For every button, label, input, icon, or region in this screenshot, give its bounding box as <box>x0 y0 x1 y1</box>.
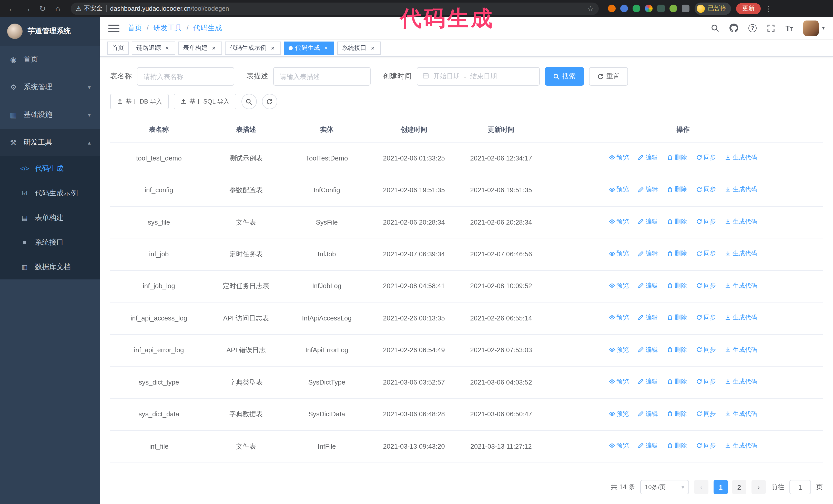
sidebar-item[interactable]: ▦ 基础设施 ▾ <box>0 101 100 129</box>
delete-link[interactable]: 删除 <box>667 441 687 450</box>
delete-link[interactable]: 删除 <box>667 185 687 194</box>
close-icon[interactable]: × <box>323 44 330 51</box>
browser-update-button[interactable]: 更新 <box>736 3 761 14</box>
forward-icon[interactable]: → <box>21 2 34 15</box>
sync-link[interactable]: 同步 <box>696 249 716 258</box>
font-size-icon[interactable]: TT <box>785 24 793 32</box>
edit-link[interactable]: 编辑 <box>638 409 658 418</box>
page-number[interactable]: 1 <box>714 480 728 495</box>
tab[interactable]: 代码生成 × <box>284 41 334 55</box>
sidebar-item[interactable]: ◉ 首页 <box>0 46 100 73</box>
github-icon[interactable] <box>730 24 738 32</box>
delete-link[interactable]: 删除 <box>667 313 687 322</box>
sidebar-subitem[interactable]: </> 代码生成 <box>0 157 100 181</box>
edit-link[interactable]: 编辑 <box>638 185 658 194</box>
tab[interactable]: 系统接口 × <box>337 41 381 55</box>
user-menu[interactable]: ▾ <box>804 20 825 35</box>
search-icon[interactable] <box>711 24 719 32</box>
date-range-picker[interactable]: 开始日期 - 结束日期 <box>417 67 540 86</box>
reset-button[interactable]: 重置 <box>589 67 628 86</box>
close-icon[interactable]: × <box>269 44 276 51</box>
extension-icon[interactable] <box>645 5 652 12</box>
fullscreen-icon[interactable] <box>767 24 775 32</box>
search-toggle-button[interactable] <box>241 94 257 109</box>
sync-link[interactable]: 同步 <box>696 345 716 354</box>
generate-code-link[interactable]: 生成代码 <box>725 345 757 354</box>
preview-link[interactable]: 预览 <box>609 409 629 418</box>
edit-link[interactable]: 编辑 <box>638 217 658 226</box>
import-sql-button[interactable]: 基于 SQL 导入 <box>174 94 236 109</box>
breadcrumb-item[interactable]: 首页 <box>128 23 142 32</box>
delete-link[interactable]: 删除 <box>667 249 687 258</box>
security-warning[interactable]: ⚠ 不安全 <box>76 4 102 13</box>
extension-icon[interactable] <box>669 5 677 12</box>
sync-link[interactable]: 同步 <box>696 153 716 162</box>
home-icon[interactable]: ⌂ <box>51 2 65 15</box>
edit-link[interactable]: 编辑 <box>638 441 658 450</box>
close-icon[interactable]: × <box>369 44 376 51</box>
goto-page-input[interactable] <box>789 480 811 495</box>
sync-link[interactable]: 同步 <box>696 409 716 418</box>
preview-link[interactable]: 预览 <box>609 249 629 258</box>
extension-icon[interactable] <box>657 5 665 12</box>
import-db-button[interactable]: 基于 DB 导入 <box>110 94 169 109</box>
search-button[interactable]: 搜索 <box>545 67 584 86</box>
sync-link[interactable]: 同步 <box>696 313 716 322</box>
address-bar[interactable]: ⚠ 不安全 dashboard.yudao.iocoder.cn/tool/co… <box>71 2 599 15</box>
delete-link[interactable]: 删除 <box>667 281 687 290</box>
sync-link[interactable]: 同步 <box>696 441 716 450</box>
edit-link[interactable]: 编辑 <box>638 313 658 322</box>
generate-code-link[interactable]: 生成代码 <box>725 249 757 258</box>
generate-code-link[interactable]: 生成代码 <box>725 441 757 450</box>
sidebar-subitem[interactable]: ☑ 代码生成示例 <box>0 181 100 206</box>
back-icon[interactable]: ← <box>5 2 19 15</box>
generate-code-link[interactable]: 生成代码 <box>725 217 757 226</box>
preview-link[interactable]: 预览 <box>609 217 629 226</box>
edit-link[interactable]: 编辑 <box>638 153 658 162</box>
preview-link[interactable]: 预览 <box>609 441 629 450</box>
prev-page-button[interactable]: ‹ <box>694 480 709 495</box>
preview-link[interactable]: 预览 <box>609 153 629 162</box>
table-name-input[interactable] <box>137 67 234 86</box>
profile-sync-badge[interactable]: 已暂停 <box>695 2 731 15</box>
next-page-button[interactable]: › <box>752 480 766 495</box>
generate-code-link[interactable]: 生成代码 <box>725 281 757 290</box>
generate-code-link[interactable]: 生成代码 <box>725 153 757 162</box>
tab[interactable]: 首页 × <box>107 41 129 55</box>
preview-link[interactable]: 预览 <box>609 377 629 386</box>
delete-link[interactable]: 删除 <box>667 377 687 386</box>
delete-link[interactable]: 删除 <box>667 345 687 354</box>
help-icon[interactable]: ? <box>748 24 757 32</box>
sidebar-item[interactable]: ⚙ 系统管理 ▾ <box>0 73 100 101</box>
close-icon[interactable]: × <box>164 44 171 51</box>
extension-icon[interactable] <box>608 5 616 12</box>
delete-link[interactable]: 删除 <box>667 409 687 418</box>
page-size-select[interactable]: 10条/页 ▾ <box>640 480 689 495</box>
logo[interactable]: 芋道管理系统 <box>0 17 100 46</box>
sidebar-item[interactable]: ⚒ 研发工具 ▴ <box>0 129 100 157</box>
extension-icon[interactable] <box>633 5 640 12</box>
generate-code-link[interactable]: 生成代码 <box>725 313 757 322</box>
sync-link[interactable]: 同步 <box>696 377 716 386</box>
page-number[interactable]: 2 <box>732 480 746 495</box>
sync-link[interactable]: 同步 <box>696 281 716 290</box>
extension-icon[interactable] <box>620 5 628 12</box>
hamburger-icon[interactable] <box>108 23 119 32</box>
generate-code-link[interactable]: 生成代码 <box>725 377 757 386</box>
edit-link[interactable]: 编辑 <box>638 281 658 290</box>
close-icon[interactable]: × <box>210 44 217 51</box>
preview-link[interactable]: 预览 <box>609 345 629 354</box>
sidebar-subitem[interactable]: ▥ 数据库文档 <box>0 255 100 280</box>
breadcrumb-item[interactable]: 研发工具 <box>142 23 182 32</box>
preview-link[interactable]: 预览 <box>609 185 629 194</box>
bookmark-star-icon[interactable]: ☆ <box>587 4 594 13</box>
generate-code-link[interactable]: 生成代码 <box>725 185 757 194</box>
reload-icon[interactable]: ↻ <box>36 2 49 15</box>
edit-link[interactable]: 编辑 <box>638 345 658 354</box>
delete-link[interactable]: 删除 <box>667 153 687 162</box>
generate-code-link[interactable]: 生成代码 <box>725 409 757 418</box>
sidebar-subitem[interactable]: ≡ 系统接口 <box>0 230 100 255</box>
tab[interactable]: 表单构建 × <box>178 41 222 55</box>
extensions-puzzle-icon[interactable] <box>682 5 689 12</box>
breadcrumb-item[interactable]: 代码生成 <box>182 23 222 32</box>
